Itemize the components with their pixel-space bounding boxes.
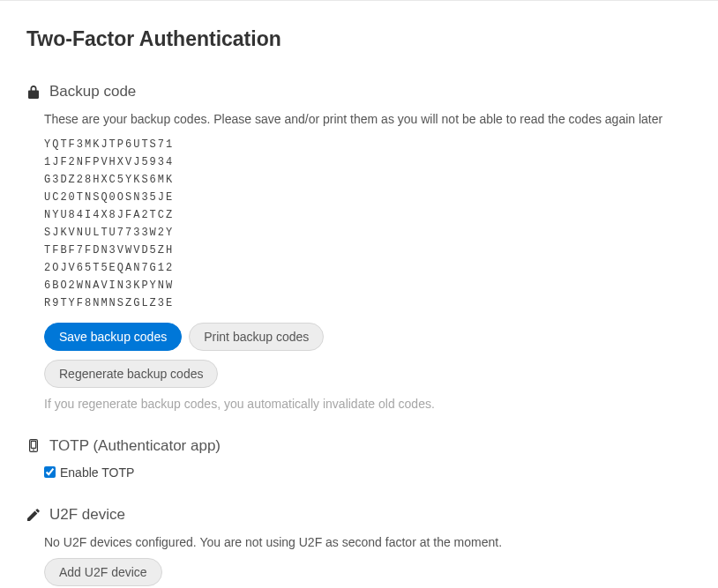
enable-totp-row[interactable]: Enable TOTP [44, 465, 692, 480]
totp-heading: TOTP (Authenticator app) [49, 437, 221, 455]
u2f-status-text: No U2F devices configured. You are not u… [44, 534, 692, 552]
add-u2f-device-button[interactable]: Add U2F device [44, 558, 162, 586]
backup-code-item: 1JF2NFPVHXVJ5934 [44, 153, 692, 171]
backup-code-item: SJKVNULTU7733W2Y [44, 224, 692, 242]
backup-code-item: 6BO2WNAVIN3KPYNW [44, 277, 692, 294]
svg-rect-1 [31, 441, 35, 448]
backup-code-item: 2OJV65T5EQAN7G12 [44, 259, 692, 277]
lock-icon [26, 86, 41, 99]
backup-code-heading: Backup code [49, 83, 136, 100]
u2f-heading: U2F device [49, 506, 125, 524]
backup-button-row-1: Save backup codes Print backup codes [44, 323, 692, 351]
page-title: Two-Factor Authentication [26, 27, 692, 51]
pencil-icon [26, 509, 41, 521]
backup-code-item: G3DZ28HXC5YKS6MK [44, 171, 692, 189]
totp-section: TOTP (Authenticator app) Enable TOTP [26, 437, 692, 480]
backup-code-item: NYU84I4X8JFA2TCZ [44, 206, 692, 224]
u2f-header: U2F device [26, 506, 692, 524]
backup-button-row-2: Regenerate backup codes [44, 360, 692, 388]
backup-codes-list: YQTF3MKJTP6UTS711JF2NFPVHXVJ5934G3DZ28HX… [44, 136, 692, 312]
backup-code-item: YQTF3MKJTP6UTS71 [44, 136, 692, 153]
svg-point-2 [33, 449, 34, 450]
regenerate-backup-codes-button[interactable]: Regenerate backup codes [44, 360, 218, 388]
u2f-button-row: Add U2F device [44, 558, 692, 586]
backup-code-section: Backup code These are your backup codes.… [26, 83, 692, 411]
enable-totp-checkbox[interactable] [44, 466, 56, 478]
content-container: Two-Factor Authentication Backup code Th… [0, 1, 718, 588]
backup-code-item: UC20TNSQ0OSN35JE [44, 189, 692, 206]
save-backup-codes-button[interactable]: Save backup codes [44, 323, 182, 351]
print-backup-codes-button[interactable]: Print backup codes [189, 323, 324, 351]
u2f-body: No U2F devices configured. You are not u… [26, 534, 692, 587]
u2f-section: U2F device No U2F devices configured. Yo… [26, 506, 692, 587]
backup-code-body: These are your backup codes. Please save… [26, 111, 692, 411]
backup-code-header: Backup code [26, 83, 692, 100]
phone-icon [26, 439, 41, 452]
totp-header: TOTP (Authenticator app) [26, 437, 692, 455]
backup-code-description: These are your backup codes. Please save… [44, 111, 692, 129]
enable-totp-label: Enable TOTP [60, 465, 134, 480]
totp-body: Enable TOTP [26, 465, 692, 480]
regenerate-note: If you regenerate backup codes, you auto… [44, 397, 692, 411]
backup-code-item: R9TYF8NMNSZGLZ3E [44, 294, 692, 312]
backup-code-item: TFBF7FDN3VWVD5ZH [44, 242, 692, 259]
